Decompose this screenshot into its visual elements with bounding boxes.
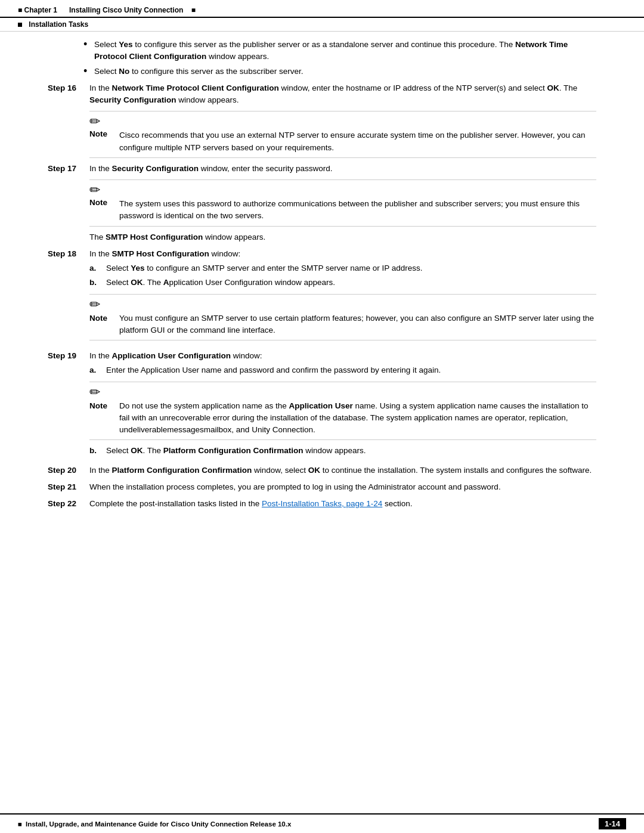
step-18a-label: a.: [89, 262, 101, 274]
note-17-pencil-icon: ✏: [89, 184, 100, 197]
intro-bullets: • Select Yes to configure this server as…: [83, 39, 596, 78]
header-title-text: Installing Cisco Unity Connection: [69, 6, 183, 14]
step-18-row: Step 18 In the SMTP Host Configuration w…: [48, 248, 596, 345]
step-19-row: Step 19 In the Application User Configur…: [48, 350, 596, 460]
step-19a: a. Enter the Application User name and p…: [89, 364, 596, 376]
note-19-pencil-icon: ✏: [89, 386, 100, 399]
step-16-row: Step 16 In the Network Time Protocol Cli…: [48, 82, 596, 107]
note-16-row: Note Cisco recommends that you use an ex…: [89, 129, 596, 154]
header-bar-right: ■: [191, 6, 196, 14]
step-19b-text: Select OK. The Platform Configuration Co…: [106, 445, 366, 457]
step-22-label: Step 22: [48, 498, 89, 510]
note-16-icon-row: ✏: [89, 115, 596, 128]
note-16-label: Note: [89, 129, 114, 154]
note-18-icon-row: ✏: [89, 298, 596, 311]
post-install-link[interactable]: Post-Installation Tasks, page 1-24: [262, 499, 382, 508]
step-16-note: ✏ Note Cisco recommends that you use an …: [89, 111, 596, 158]
step-16-label: Step 16: [48, 82, 89, 107]
step-21-row: Step 21 When the installation process co…: [48, 481, 596, 493]
main-content: • Select Yes to configure this server as…: [0, 39, 644, 510]
step-17-content: In the Security Configuration window, en…: [89, 163, 596, 175]
chapter-text: Chapter 1: [24, 6, 57, 14]
step-18b-text: Select OK. The Application User Configur…: [106, 277, 335, 289]
note-19-row: Note Do not use the system application n…: [89, 400, 596, 436]
bullet-no-text: Select No to configure this server as th…: [94, 66, 303, 78]
step-19a-label: a.: [89, 364, 101, 376]
step-18b-label: b.: [89, 277, 101, 289]
step-17-label: Step 17: [48, 163, 89, 175]
step-18-label: Step 18: [48, 248, 89, 345]
section-text: Installation Tasks: [29, 20, 88, 29]
note-19-text: Do not use the system application name a…: [119, 400, 596, 436]
note-18-label: Note: [89, 312, 114, 337]
bullet-yes-text: Select Yes to configure this server as t…: [94, 39, 596, 62]
bullet-dot-1: •: [83, 39, 89, 62]
step-20-row: Step 20 In the Platform Configuration Co…: [48, 465, 596, 476]
step-18-content: In the SMTP Host Configuration window: a…: [89, 248, 596, 345]
page-footer: ■ Install, Upgrade, and Maintenance Guid…: [0, 813, 644, 833]
section-label: Installation Tasks: [18, 20, 88, 29]
smtp-intro-label: [48, 231, 89, 243]
note-17-label: Note: [89, 198, 114, 222]
note-17-row: Note The system uses this password to au…: [89, 198, 596, 222]
note-18-pencil-icon: ✏: [89, 298, 100, 311]
step-19-content: In the Application User Configuration wi…: [89, 350, 596, 460]
step-17-note: ✏ Note The system uses this password to …: [89, 179, 596, 227]
step-20-label: Step 20: [48, 465, 89, 476]
step-19b-label: b.: [89, 445, 101, 457]
step-16-content: In the Network Time Protocol Client Conf…: [89, 82, 596, 107]
step-21-content: When the installation process completes,…: [89, 481, 596, 493]
step-21-label: Step 21: [48, 481, 89, 493]
note-16-text: Cisco recommends that you use an externa…: [119, 129, 596, 154]
chapter-label: ■ Chapter 1 Installing Cisco Unity Conne…: [18, 6, 196, 14]
note-18-row: Note You must configure an SMTP server t…: [89, 312, 596, 337]
step-18b: b. Select OK. The Application User Confi…: [89, 277, 596, 289]
step-22-row: Step 22 Complete the post-installation t…: [48, 498, 596, 510]
note-19-icon-row: ✏: [89, 386, 596, 399]
footer-left: ■ Install, Upgrade, and Maintenance Guid…: [18, 820, 291, 828]
smtp-intro-row: The SMTP Host Configuration window appea…: [48, 231, 596, 243]
step-19-label: Step 19: [48, 350, 89, 460]
step-20-content: In the Platform Configuration Confirmati…: [89, 465, 596, 476]
step-18a-text: Select Yes to configure an SMTP server a…: [106, 262, 423, 274]
bullet-yes: • Select Yes to configure this server as…: [83, 39, 596, 62]
step-18a: a. Select Yes to configure an SMTP serve…: [89, 262, 596, 274]
footer-page-box: 1-14: [599, 818, 626, 829]
note-16-pencil-icon: ✏: [89, 115, 100, 128]
step-19b: b. Select OK. The Platform Configuration…: [89, 445, 596, 457]
note-19-label: Note: [89, 400, 114, 436]
note-17-icon-row: ✏: [89, 184, 596, 197]
step-19-note: ✏ Note Do not use the system application…: [89, 382, 596, 441]
bullet-no: • Select No to configure this server as …: [83, 66, 596, 78]
section-square: [18, 23, 22, 27]
footer-label: Install, Upgrade, and Maintenance Guide …: [26, 820, 291, 828]
page-header: ■ Chapter 1 Installing Cisco Unity Conne…: [0, 0, 644, 18]
note-18-text: You must configure an SMTP server to use…: [119, 312, 596, 337]
step-19a-text: Enter the Application User name and pass…: [106, 364, 441, 376]
header-bar-left: ■: [18, 6, 22, 14]
footer-page-number: 1-14: [599, 818, 626, 829]
smtp-intro-content: The SMTP Host Configuration window appea…: [89, 231, 596, 243]
note-17-text: The system uses this password to authori…: [119, 198, 596, 222]
step-18-note: ✏ Note You must configure an SMTP server…: [89, 294, 596, 341]
sub-header: Installation Tasks: [0, 18, 644, 32]
step-17-row: Step 17 In the Security Configuration wi…: [48, 163, 596, 175]
step-22-content: Complete the post-installation tasks lis…: [89, 498, 596, 510]
footer-bar: ■: [18, 820, 22, 828]
bullet-dot-2: •: [83, 66, 89, 78]
